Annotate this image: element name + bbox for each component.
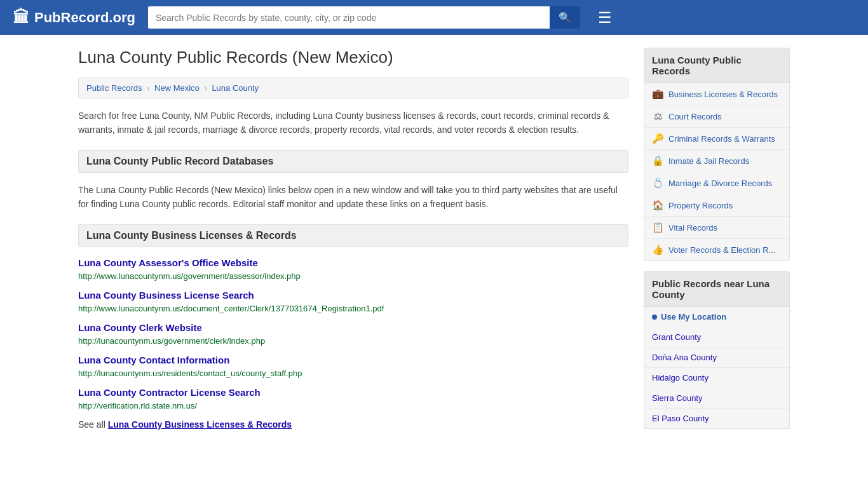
sidebar-nearby-county-item[interactable]: Doña Ana County xyxy=(644,348,789,368)
record-link-url[interactable]: http://verification.rld.state.nm.us/ xyxy=(78,401,197,410)
sidebar-nearby-county-item[interactable]: Hidalgo County xyxy=(644,368,789,388)
record-type-icon: 👍 xyxy=(652,244,663,255)
sidebar-record-type-item[interactable]: ⚖Court Records xyxy=(644,105,789,128)
record-links-list: Luna County Assessor's Office Website ht… xyxy=(78,257,628,410)
sidebar: Luna County Public Records 💼Business Lic… xyxy=(644,48,790,439)
record-link-group: Luna County Clerk Website http://lunacou… xyxy=(78,322,628,346)
record-type-icon: 🔒 xyxy=(652,155,663,166)
record-link-title[interactable]: Luna County Assessor's Office Website xyxy=(78,257,258,268)
search-button[interactable]: 🔍 xyxy=(550,6,580,29)
main-content: Luna County Public Records (New Mexico) … xyxy=(78,48,628,439)
breadcrumb-public-records[interactable]: Public Records xyxy=(86,83,142,93)
record-link-url[interactable]: http://lunacountynm.us/residents/contact… xyxy=(78,369,302,378)
sidebar-public-records-section: Luna County Public Records 💼Business Lic… xyxy=(644,48,790,261)
record-link-group: Luna County Assessor's Office Website ht… xyxy=(78,257,628,281)
see-all-text: See all Luna County Business Licenses & … xyxy=(78,419,628,430)
breadcrumb-new-mexico[interactable]: New Mexico xyxy=(154,83,200,93)
record-type-icon: 🔑 xyxy=(652,133,663,144)
record-link-title[interactable]: Luna County Contact Information xyxy=(78,355,229,365)
record-type-label: Court Records xyxy=(668,112,722,121)
sidebar-record-type-item[interactable]: 🔒Inmate & Jail Records xyxy=(644,150,789,172)
sidebar-nearby-section: Public Records near Luna County Use My L… xyxy=(644,271,790,429)
sidebar-nearby-title: Public Records near Luna County xyxy=(644,272,789,307)
sidebar-record-type-item[interactable]: 📋Vital Records xyxy=(644,217,789,239)
sidebar-nearby-county-item[interactable]: Sierra County xyxy=(644,388,789,409)
record-type-label: Vital Records xyxy=(668,223,717,233)
sidebar-nearby-county-item[interactable]: Grant County xyxy=(644,327,789,348)
record-type-icon: 💍 xyxy=(652,177,663,189)
record-link-title[interactable]: Luna County Business License Search xyxy=(78,290,254,301)
logo[interactable]: 🏛 PubRecord.org xyxy=(13,8,135,27)
use-location-label: Use My Location xyxy=(661,312,726,322)
databases-description: The Luna County Public Records (New Mexi… xyxy=(78,183,628,212)
record-link-group: Luna County Contact Information http://l… xyxy=(78,355,628,378)
record-type-label: Inmate & Jail Records xyxy=(668,156,749,166)
breadcrumb-sep-1: › xyxy=(147,83,152,93)
breadcrumb-luna-county[interactable]: Luna County xyxy=(212,83,259,93)
business-section-heading: Luna County Business Licenses & Records xyxy=(78,224,628,247)
sidebar-record-types: 💼Business Licenses & Records⚖Court Recor… xyxy=(644,83,789,261)
sidebar-record-type-item[interactable]: 💍Marriage & Divorce Records xyxy=(644,172,789,194)
record-link-url[interactable]: http://lunacountynm.us/government/clerk/… xyxy=(78,336,265,346)
hamburger-menu-icon[interactable]: ☰ xyxy=(598,9,612,27)
sidebar-record-type-item[interactable]: 💼Business Licenses & Records xyxy=(644,83,789,105)
breadcrumb: Public Records › New Mexico › Luna Count… xyxy=(78,78,628,98)
page-description: Search for free Luna County, NM Public R… xyxy=(78,109,628,137)
header: 🏛 PubRecord.org 🔍 ☰ xyxy=(0,0,868,35)
record-type-label: Criminal Records & Warrants xyxy=(668,134,775,144)
search-input[interactable] xyxy=(148,6,550,29)
record-link-url[interactable]: http://www.lunacountynm.us/government/as… xyxy=(78,271,301,281)
databases-heading: Luna County Public Record Databases xyxy=(78,150,628,173)
record-type-label: Property Records xyxy=(668,201,733,210)
record-type-icon: 💼 xyxy=(652,88,663,100)
sidebar-record-type-item[interactable]: 👍Voter Records & Election R... xyxy=(644,239,789,261)
record-link-group: Luna County Contractor License Search ht… xyxy=(78,387,628,410)
see-all-link[interactable]: Luna County Business Licenses & Records xyxy=(108,419,292,430)
sidebar-nearby-county-item[interactable]: El Paso County xyxy=(644,409,789,428)
search-bar: 🔍 xyxy=(148,6,580,29)
record-type-icon: ⚖ xyxy=(652,111,663,122)
use-my-location-button[interactable]: Use My Location xyxy=(644,307,789,327)
sidebar-public-records-title: Luna County Public Records xyxy=(644,48,789,83)
sidebar-nearby-counties: Grant CountyDoña Ana CountyHidalgo Count… xyxy=(644,327,789,428)
logo-icon: 🏛 xyxy=(13,8,29,27)
main-container: Luna County Public Records (New Mexico) … xyxy=(65,35,803,452)
record-type-label: Marriage & Divorce Records xyxy=(668,179,772,188)
record-type-icon: 📋 xyxy=(652,222,663,233)
page-title: Luna County Public Records (New Mexico) xyxy=(78,48,628,67)
logo-text: PubRecord.org xyxy=(34,10,135,26)
record-type-label: Business Licenses & Records xyxy=(668,90,778,99)
record-link-title[interactable]: Luna County Contractor License Search xyxy=(78,387,261,398)
record-link-url[interactable]: http://www.lunacountynm.us/document_cent… xyxy=(78,304,384,313)
breadcrumb-sep-2: › xyxy=(204,83,209,93)
record-type-icon: 🏠 xyxy=(652,200,663,211)
record-type-label: Voter Records & Election R... xyxy=(668,245,775,255)
record-link-title[interactable]: Luna County Clerk Website xyxy=(78,322,202,333)
sidebar-record-type-item[interactable]: 🏠Property Records xyxy=(644,194,789,217)
sidebar-record-type-item[interactable]: 🔑Criminal Records & Warrants xyxy=(644,128,789,150)
record-link-group: Luna County Business License Search http… xyxy=(78,290,628,313)
location-dot-icon xyxy=(652,315,657,320)
